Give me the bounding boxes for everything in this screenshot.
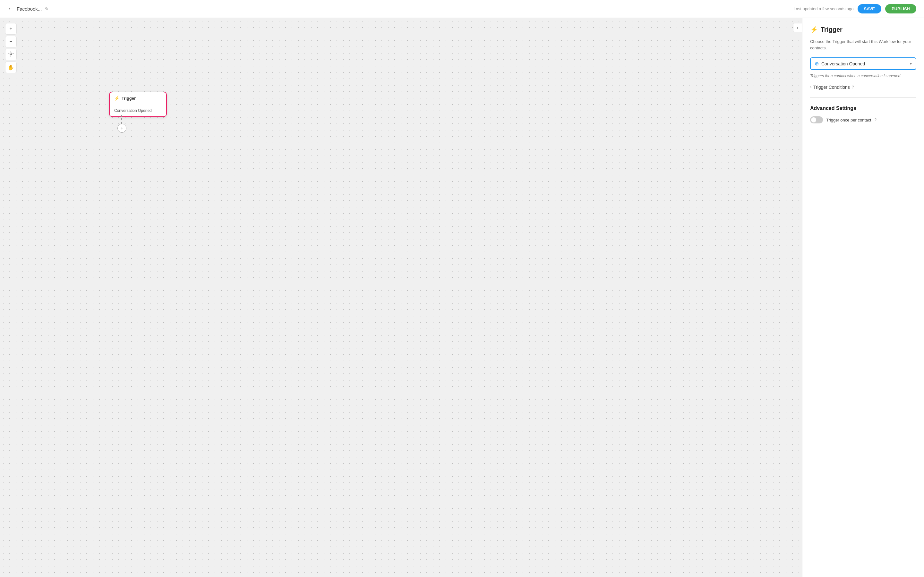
save-button[interactable]: SAVE — [858, 4, 881, 13]
trigger-conditions-row[interactable]: › Trigger Conditions ? — [810, 85, 916, 90]
zoom-out-icon: − — [9, 39, 12, 45]
center-button[interactable] — [5, 49, 17, 60]
dropdown-selected-value: Conversation Opened — [821, 61, 865, 66]
trigger-node-label: Trigger — [121, 96, 136, 101]
header: ← Facebook... ✎ Last updated a few secon… — [0, 0, 924, 18]
main-layout: › + − ✋ — [0, 18, 924, 577]
trigger-node-body: Conversation Opened — [110, 104, 166, 116]
trigger-node-header: ⚡ Trigger — [110, 92, 166, 104]
header-right: Last updated a few seconds ago SAVE PUBL… — [793, 4, 916, 13]
panel-description: Choose the Trigger that will start this … — [810, 39, 916, 51]
dropdown-left: ⊕ Conversation Opened — [814, 61, 865, 67]
canvas-toolbar: + − ✋ — [5, 23, 17, 73]
advanced-title: Advanced Settings — [810, 105, 916, 111]
back-button[interactable]: ← — [8, 5, 13, 12]
collapse-icon: › — [797, 25, 798, 30]
toggle-knob — [811, 117, 816, 122]
right-panel: ⚡ Trigger Choose the Trigger that will s… — [802, 18, 924, 577]
trigger-hint: Triggers for a contact when a conversati… — [810, 74, 916, 78]
panel-divider — [810, 97, 916, 98]
center-icon — [8, 51, 14, 58]
add-step-button[interactable]: + — [118, 124, 126, 133]
trigger-node-icon: ⚡ — [114, 95, 120, 101]
svg-point-0 — [10, 53, 12, 55]
panel-title: Trigger — [821, 26, 843, 33]
canvas-area[interactable]: › + − ✋ — [0, 18, 802, 577]
conditions-label: Trigger Conditions — [813, 85, 850, 90]
toggle-label: Trigger once per contact — [826, 118, 871, 122]
edit-icon[interactable]: ✎ — [45, 6, 49, 11]
add-step-icon: + — [120, 125, 123, 131]
toggle-help-icon[interactable]: ? — [874, 118, 877, 122]
collapse-panel-button[interactable]: › — [793, 23, 802, 32]
panel-header: ⚡ Trigger — [810, 26, 916, 33]
zoom-in-button[interactable]: + — [5, 23, 17, 35]
page-title: Facebook... — [17, 6, 42, 11]
zoom-out-button[interactable]: − — [5, 36, 17, 47]
add-step-line — [121, 115, 122, 124]
hand-icon: ✋ — [8, 64, 14, 71]
header-left: ← Facebook... ✎ — [8, 5, 49, 12]
toggle-row: Trigger once per contact ? — [810, 116, 916, 123]
hand-tool-button[interactable]: ✋ — [5, 61, 17, 73]
trigger-node[interactable]: ⚡ Trigger Conversation Opened — [109, 92, 167, 117]
back-icon: ← — [8, 5, 13, 12]
last-updated-text: Last updated a few seconds ago — [793, 6, 853, 11]
conditions-help-icon[interactable]: ? — [852, 85, 854, 89]
publish-button[interactable]: PUBLISH — [885, 4, 916, 13]
trigger-once-toggle[interactable] — [810, 116, 823, 123]
advanced-settings-section: Advanced Settings Trigger once per conta… — [810, 105, 916, 123]
dropdown-arrow-icon: ▾ — [910, 61, 912, 66]
trigger-node-event: Conversation Opened — [114, 108, 152, 113]
dropdown-plus-icon: ⊕ — [814, 61, 819, 67]
conditions-chevron-icon: › — [810, 85, 811, 89]
trigger-type-dropdown[interactable]: ⊕ Conversation Opened ▾ — [810, 57, 916, 70]
zoom-in-icon: + — [9, 26, 12, 32]
panel-trigger-icon: ⚡ — [810, 26, 818, 33]
